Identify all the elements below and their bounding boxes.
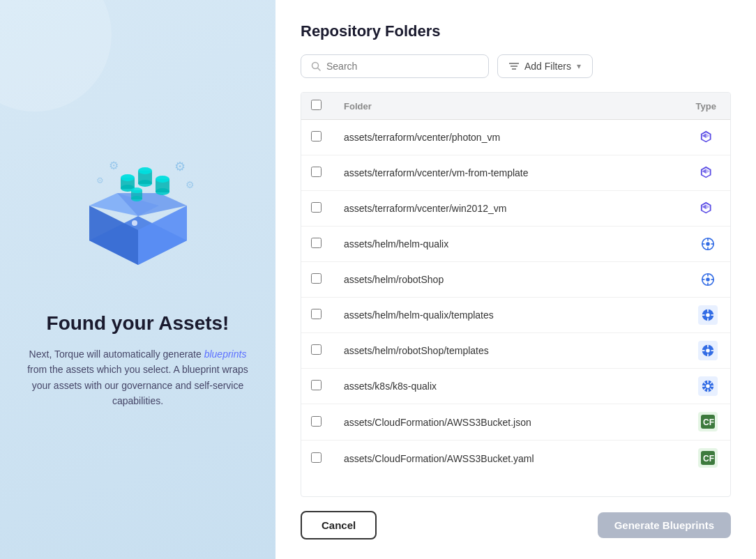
svg-point-7: [121, 174, 135, 181]
row-checkbox-cell: [301, 333, 333, 369]
row-checkbox-cell: [301, 262, 333, 298]
type-cell: CF: [674, 441, 730, 477]
table-row: assets/helm/helm-qualix/templates: [301, 298, 730, 333]
svg-point-10: [138, 167, 152, 174]
svg-point-52: [706, 349, 710, 353]
folder-cell: assets/terraform/vcenter/win2012_vm: [333, 191, 674, 227]
left-panel: ⚙ ⚙ ⚙ ⚙ Found your Assets! Next, Torque …: [0, 0, 275, 559]
type-cell: [674, 369, 730, 404]
folders-table: Folder Type assets/terraform/vcenter/pho…: [301, 93, 730, 476]
row-checkbox[interactable]: [311, 344, 322, 355]
type-cell: CF: [674, 404, 730, 441]
generate-blueprints-button: Generate Blueprints: [598, 512, 731, 538]
table-row: assets/CloudFormation/AWSS3Bucket.json C…: [301, 404, 730, 441]
row-checkbox-cell: [301, 404, 333, 441]
left-panel-description: Next, Torque will automatically generate…: [25, 346, 250, 409]
terraform-icon: [698, 128, 718, 147]
type-cell: [674, 298, 730, 333]
svg-text:⚙: ⚙: [109, 160, 119, 171]
row-checkbox[interactable]: [311, 416, 322, 427]
row-checkbox-cell: [301, 227, 333, 262]
desc-rest: from the assets which you select. A blue…: [27, 364, 248, 406]
row-checkbox[interactable]: [311, 273, 322, 284]
row-checkbox-cell: [301, 191, 333, 227]
filter-label: Add Filters: [524, 61, 571, 72]
type-cell: [674, 191, 730, 227]
row-checkbox[interactable]: [311, 452, 322, 463]
svg-text:⚙: ⚙: [96, 176, 104, 185]
cancel-button[interactable]: Cancel: [301, 511, 377, 539]
type-cell: [674, 120, 730, 155]
folder-cell: assets/k8s/k8s-qualix: [333, 369, 674, 404]
table-row: assets/terraform/vcenter/photon_vm: [301, 120, 730, 155]
table-row: assets/helm/helm-qualix: [301, 227, 730, 262]
hero-illustration: ⚙ ⚙ ⚙ ⚙: [61, 150, 215, 289]
svg-text:CF: CF: [703, 454, 714, 464]
table-row: assets/CloudFormation/AWSS3Bucket.yaml C…: [301, 441, 730, 477]
table-row: assets/terraform/vcenter/vm-from-templat…: [301, 155, 730, 191]
table-row: assets/terraform/vcenter/win2012_vm: [301, 191, 730, 227]
search-icon: [311, 61, 321, 71]
row-checkbox[interactable]: [311, 238, 322, 248]
svg-line-23: [318, 68, 321, 71]
row-checkbox[interactable]: [311, 380, 322, 390]
row-checkbox-cell: [301, 369, 333, 404]
cloudformation-icon: CF: [698, 448, 718, 468]
desc-italic: blueprints: [204, 349, 247, 360]
folder-cell: assets/CloudFormation/AWSS3Bucket.json: [333, 404, 674, 441]
table-row: assets/helm/robotShop: [301, 262, 730, 298]
svg-point-13: [156, 176, 169, 183]
svg-point-46: [706, 313, 710, 317]
row-checkbox[interactable]: [311, 202, 322, 213]
left-panel-title: Found your Assets!: [47, 312, 229, 335]
search-box[interactable]: [301, 54, 489, 78]
filter-icon: [509, 62, 519, 70]
right-panel: Repository Folders Add Filters ▾: [275, 0, 756, 559]
row-checkbox[interactable]: [311, 131, 322, 141]
type-cell: [674, 333, 730, 369]
table-header: Folder Type: [301, 93, 730, 120]
folder-column-header: Folder: [333, 93, 674, 120]
folder-cell: assets/terraform/vcenter/photon_vm: [333, 120, 674, 155]
row-checkbox[interactable]: [311, 309, 322, 319]
panel-title: Repository Folders: [301, 22, 731, 40]
type-cell: [674, 227, 730, 262]
svg-point-34: [706, 242, 710, 246]
svg-point-58: [706, 384, 710, 388]
folder-cell: assets/helm/robotShop/templates: [333, 333, 674, 369]
helm-filled-icon: [698, 305, 718, 325]
table-row: assets/helm/robotShop/templates: [301, 333, 730, 369]
search-input[interactable]: [326, 61, 478, 72]
footer: Cancel Generate Blueprints: [301, 497, 731, 539]
svg-text:CF: CF: [703, 418, 714, 427]
table-row: assets/k8s/k8s-qualix: [301, 369, 730, 404]
chevron-down-icon: ▾: [577, 61, 581, 71]
svg-text:⚙: ⚙: [174, 160, 186, 174]
cloudformation-icon: CF: [698, 412, 718, 431]
folder-cell: assets/terraform/vcenter/vm-from-templat…: [333, 155, 674, 191]
terraform-icon: [698, 199, 718, 218]
svg-point-16: [131, 187, 142, 193]
helm-icon: [698, 270, 718, 289]
select-all-checkbox[interactable]: [311, 100, 322, 110]
k8s-icon: [698, 376, 718, 396]
svg-point-40: [706, 277, 710, 282]
folders-table-container: Folder Type assets/terraform/vcenter/pho…: [301, 92, 731, 497]
desc-plain: Next, Torque will automatically generate: [29, 349, 204, 360]
row-checkbox[interactable]: [311, 167, 322, 177]
row-checkbox-cell: [301, 120, 333, 155]
table-body: assets/terraform/vcenter/photon_vm asset…: [301, 120, 730, 477]
folder-cell: assets/helm/helm-qualix: [333, 227, 674, 262]
row-checkbox-cell: [301, 298, 333, 333]
toolbar: Add Filters ▾: [301, 54, 731, 78]
row-checkbox-cell: [301, 155, 333, 191]
row-checkbox-cell: [301, 441, 333, 477]
helm-icon: [698, 234, 718, 254]
type-cell: [674, 262, 730, 298]
type-cell: [674, 155, 730, 191]
add-filters-button[interactable]: Add Filters ▾: [497, 54, 593, 78]
svg-point-21: [132, 220, 137, 226]
helm-filled-icon: [698, 341, 718, 360]
folder-cell: assets/helm/robotShop: [333, 262, 674, 298]
terraform-icon: [698, 163, 718, 183]
